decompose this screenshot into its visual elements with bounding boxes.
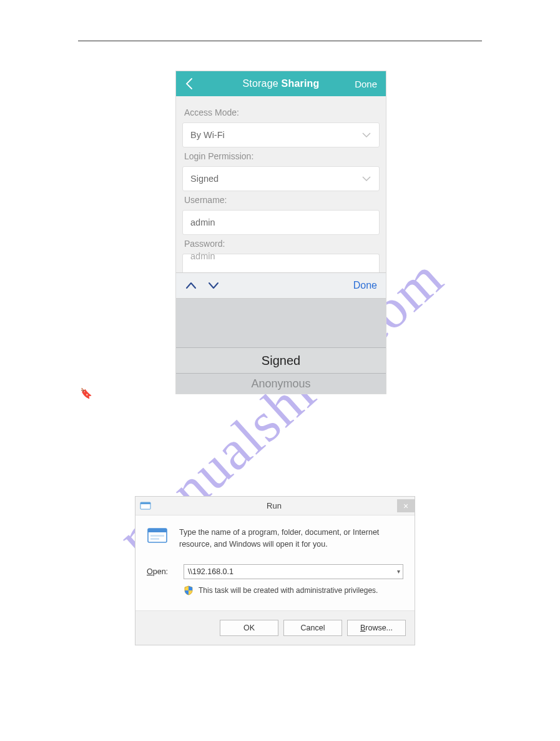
keyboard-accessory-bar: Done (176, 272, 386, 299)
prev-field-icon[interactable] (185, 281, 197, 290)
access-mode-value: By Wi-Fi (190, 130, 225, 140)
login-permission-label: Login Permission: (184, 151, 380, 161)
svg-rect-3 (148, 529, 167, 532)
page-title: Storage Sharing (209, 78, 353, 89)
open-label: Open: (147, 567, 175, 576)
svg-rect-4 (150, 535, 164, 537)
dropdown-arrow-icon[interactable]: ▾ (397, 568, 400, 575)
run-description: Type the name of a program, folder, docu… (179, 527, 403, 550)
password-label: Password: (184, 239, 380, 249)
header-done-button[interactable]: Done (353, 79, 377, 89)
chevron-down-icon (361, 176, 371, 182)
run-app-icon (140, 502, 151, 510)
close-button[interactable]: × (397, 499, 415, 512)
svg-rect-5 (150, 538, 159, 540)
run-titlebar: Run × (135, 497, 415, 515)
access-mode-select[interactable]: By Wi-Fi (182, 122, 380, 147)
page-top-rule (78, 41, 482, 41)
app-header: Storage Sharing Done (176, 71, 386, 96)
access-mode-label: Access Mode: (184, 107, 380, 117)
next-field-icon[interactable] (207, 281, 220, 290)
username-field[interactable] (182, 210, 380, 235)
run-dialog: Run × Type the name of a program, folder… (135, 496, 415, 645)
password-field[interactable] (182, 254, 380, 272)
admin-notice-text: This task will be created with administr… (199, 586, 378, 595)
login-permission-select[interactable]: Signed (182, 166, 380, 191)
username-label: Username: (184, 195, 380, 205)
run-title-text: Run (151, 501, 397, 510)
login-permission-value: Signed (190, 174, 219, 184)
picker-spacer (176, 299, 386, 347)
ok-button[interactable]: OK (220, 620, 278, 636)
picker-option-anonymous[interactable]: Anonymous (176, 374, 386, 394)
uac-shield-icon (184, 585, 194, 595)
open-value: \\192.168.0.1 (188, 567, 233, 576)
username-input[interactable] (190, 217, 371, 227)
keyboard-done-button[interactable]: Done (353, 280, 377, 291)
run-body: Type the name of a program, folder, docu… (135, 515, 415, 595)
form-body: Access Mode: By Wi-Fi Login Permission: … (176, 96, 386, 272)
chevron-down-icon (361, 132, 371, 138)
open-combobox[interactable]: \\192.168.0.1 ▾ (184, 564, 403, 579)
run-large-icon (147, 527, 169, 549)
back-icon[interactable] (185, 77, 209, 90)
picker-selected-row[interactable]: Signed (176, 347, 386, 374)
browse-button[interactable]: Browse... (347, 620, 406, 636)
picker-wheel[interactable]: Signed Anonymous (176, 299, 386, 394)
password-input[interactable] (190, 251, 371, 261)
svg-rect-1 (140, 502, 150, 504)
run-button-row: OK Cancel Browse... (135, 610, 415, 645)
storage-sharing-app: Storage Sharing Done Access Mode: By Wi-… (175, 71, 386, 394)
cancel-button[interactable]: Cancel (283, 620, 342, 636)
bookmark-icon: 🔖 (80, 387, 92, 399)
